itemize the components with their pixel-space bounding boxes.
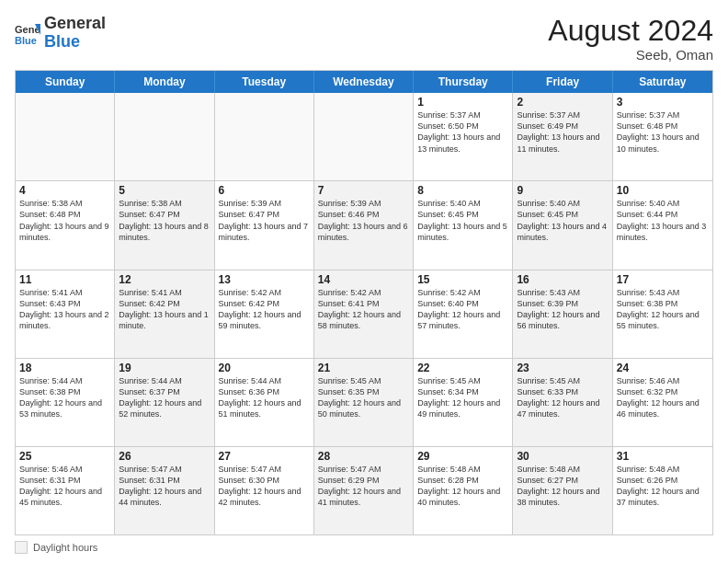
calendar-row: 1Sunrise: 5:37 AM Sunset: 6:50 PM Daylig…: [16, 93, 712, 180]
day-number: 18: [19, 362, 110, 374]
calendar-cell: 26Sunrise: 5:47 AM Sunset: 6:31 PM Dayli…: [115, 447, 214, 534]
calendar-cell: [16, 93, 115, 180]
calendar-cell: 11Sunrise: 5:41 AM Sunset: 6:43 PM Dayli…: [16, 270, 115, 358]
day-number: 27: [219, 450, 310, 463]
day-number: 12: [119, 273, 210, 286]
cell-details: Sunrise: 5:38 AM Sunset: 6:47 PM Dayligh…: [119, 198, 210, 243]
calendar-header-cell: Monday: [115, 71, 214, 93]
cell-details: Sunrise: 5:47 AM Sunset: 6:31 PM Dayligh…: [119, 464, 210, 509]
calendar-cell: 6Sunrise: 5:39 AM Sunset: 6:47 PM Daylig…: [215, 181, 314, 269]
calendar-cell: 13Sunrise: 5:42 AM Sunset: 6:42 PM Dayli…: [215, 270, 314, 358]
calendar-cell: 10Sunrise: 5:40 AM Sunset: 6:44 PM Dayli…: [613, 181, 712, 269]
cell-details: Sunrise: 5:44 AM Sunset: 6:38 PM Dayligh…: [19, 375, 110, 420]
calendar-cell: [215, 93, 314, 180]
day-number: 10: [617, 184, 709, 197]
cell-details: Sunrise: 5:45 AM Sunset: 6:33 PM Dayligh…: [517, 375, 608, 420]
cell-details: Sunrise: 5:48 AM Sunset: 6:27 PM Dayligh…: [517, 464, 608, 509]
day-number: 25: [19, 450, 110, 463]
day-number: 5: [119, 184, 210, 197]
cell-details: Sunrise: 5:37 AM Sunset: 6:48 PM Dayligh…: [617, 109, 709, 155]
calendar-cell: 30Sunrise: 5:48 AM Sunset: 6:27 PM Dayli…: [513, 447, 612, 534]
page: General Blue General Blue August 2024 Se…: [0, 0, 728, 563]
day-number: 21: [318, 362, 409, 374]
calendar-cell: 17Sunrise: 5:43 AM Sunset: 6:38 PM Dayli…: [613, 270, 712, 358]
cell-details: Sunrise: 5:41 AM Sunset: 6:43 PM Dayligh…: [19, 287, 110, 332]
cell-details: Sunrise: 5:44 AM Sunset: 6:36 PM Dayligh…: [219, 375, 310, 420]
cell-details: Sunrise: 5:48 AM Sunset: 6:28 PM Dayligh…: [417, 464, 508, 509]
calendar-cell: 29Sunrise: 5:48 AM Sunset: 6:28 PM Dayli…: [414, 447, 513, 534]
cell-details: Sunrise: 5:44 AM Sunset: 6:37 PM Dayligh…: [119, 375, 210, 420]
day-number: 17: [617, 273, 709, 286]
calendar-cell: 1Sunrise: 5:37 AM Sunset: 6:50 PM Daylig…: [414, 93, 513, 180]
calendar-cell: 12Sunrise: 5:41 AM Sunset: 6:42 PM Dayli…: [115, 270, 214, 358]
calendar-cell: 15Sunrise: 5:42 AM Sunset: 6:40 PM Dayli…: [414, 270, 513, 358]
day-number: 24: [617, 362, 709, 374]
cell-details: Sunrise: 5:43 AM Sunset: 6:39 PM Dayligh…: [517, 287, 608, 332]
calendar-cell: 7Sunrise: 5:39 AM Sunset: 6:46 PM Daylig…: [314, 181, 414, 269]
day-number: 13: [219, 273, 310, 286]
calendar-cell: 19Sunrise: 5:44 AM Sunset: 6:37 PM Dayli…: [115, 359, 214, 446]
calendar-body: 1Sunrise: 5:37 AM Sunset: 6:50 PM Daylig…: [16, 93, 712, 534]
calendar-header-cell: Thursday: [414, 71, 513, 93]
day-number: 7: [318, 184, 409, 197]
calendar-row: 11Sunrise: 5:41 AM Sunset: 6:43 PM Dayli…: [16, 270, 712, 358]
header: General Blue General Blue August 2024 Se…: [15, 15, 713, 63]
day-number: 28: [318, 450, 409, 463]
calendar: SundayMondayTuesdayWednesdayThursdayFrid…: [15, 70, 713, 535]
calendar-cell: 16Sunrise: 5:43 AM Sunset: 6:39 PM Dayli…: [513, 270, 612, 358]
calendar-cell: 25Sunrise: 5:46 AM Sunset: 6:31 PM Dayli…: [16, 447, 115, 534]
cell-details: Sunrise: 5:43 AM Sunset: 6:38 PM Dayligh…: [617, 287, 709, 332]
footer-label: Daylight hours: [33, 542, 97, 553]
cell-details: Sunrise: 5:46 AM Sunset: 6:31 PM Dayligh…: [19, 464, 110, 509]
cell-details: Sunrise: 5:42 AM Sunset: 6:40 PM Dayligh…: [417, 287, 508, 332]
day-number: 26: [119, 450, 210, 463]
logo-text: General Blue: [44, 15, 106, 52]
calendar-cell: 5Sunrise: 5:38 AM Sunset: 6:47 PM Daylig…: [115, 181, 214, 269]
day-number: 2: [517, 96, 608, 109]
cell-details: Sunrise: 5:41 AM Sunset: 6:42 PM Dayligh…: [119, 287, 210, 332]
calendar-row: 4Sunrise: 5:38 AM Sunset: 6:48 PM Daylig…: [16, 180, 712, 269]
calendar-header-cell: Saturday: [613, 71, 712, 93]
cell-details: Sunrise: 5:47 AM Sunset: 6:29 PM Dayligh…: [318, 464, 409, 509]
title-block: August 2024 Seeb, Oman: [548, 15, 713, 63]
calendar-cell: 9Sunrise: 5:40 AM Sunset: 6:45 PM Daylig…: [513, 181, 612, 269]
day-number: 14: [318, 273, 409, 286]
day-number: 6: [219, 184, 310, 197]
day-number: 20: [219, 362, 310, 374]
day-number: 9: [517, 184, 608, 197]
calendar-cell: 20Sunrise: 5:44 AM Sunset: 6:36 PM Dayli…: [215, 359, 314, 446]
logo-general: General: [44, 14, 106, 32]
calendar-header-row: SundayMondayTuesdayWednesdayThursdayFrid…: [16, 71, 712, 93]
cell-details: Sunrise: 5:47 AM Sunset: 6:30 PM Dayligh…: [219, 464, 310, 509]
logo-blue: Blue: [44, 32, 80, 51]
day-number: 30: [517, 450, 608, 463]
footer: Daylight hours: [15, 541, 713, 554]
month-year: August 2024: [548, 15, 713, 47]
cell-details: Sunrise: 5:37 AM Sunset: 6:49 PM Dayligh…: [517, 109, 608, 155]
calendar-row: 25Sunrise: 5:46 AM Sunset: 6:31 PM Dayli…: [16, 446, 712, 534]
footer-shaded-box: [15, 541, 28, 554]
day-number: 22: [417, 362, 508, 374]
cell-details: Sunrise: 5:45 AM Sunset: 6:35 PM Dayligh…: [318, 375, 409, 420]
calendar-cell: 3Sunrise: 5:37 AM Sunset: 6:48 PM Daylig…: [613, 93, 712, 180]
calendar-cell: 8Sunrise: 5:40 AM Sunset: 6:45 PM Daylig…: [414, 181, 513, 269]
location: Seeb, Oman: [548, 47, 713, 63]
day-number: 15: [417, 273, 508, 286]
calendar-cell: 27Sunrise: 5:47 AM Sunset: 6:30 PM Dayli…: [215, 447, 314, 534]
day-number: 1: [417, 96, 508, 109]
day-number: 31: [617, 450, 709, 463]
day-number: 19: [119, 362, 210, 374]
cell-details: Sunrise: 5:48 AM Sunset: 6:26 PM Dayligh…: [617, 464, 709, 509]
day-number: 29: [417, 450, 508, 463]
calendar-cell: 24Sunrise: 5:46 AM Sunset: 6:32 PM Dayli…: [613, 359, 712, 446]
cell-details: Sunrise: 5:40 AM Sunset: 6:44 PM Dayligh…: [617, 198, 709, 243]
cell-details: Sunrise: 5:37 AM Sunset: 6:50 PM Dayligh…: [417, 109, 508, 155]
cell-details: Sunrise: 5:42 AM Sunset: 6:42 PM Dayligh…: [219, 287, 310, 332]
calendar-cell: 31Sunrise: 5:48 AM Sunset: 6:26 PM Dayli…: [613, 447, 712, 534]
calendar-header-cell: Friday: [513, 71, 612, 93]
calendar-cell: 18Sunrise: 5:44 AM Sunset: 6:38 PM Dayli…: [16, 359, 115, 446]
cell-details: Sunrise: 5:42 AM Sunset: 6:41 PM Dayligh…: [318, 287, 409, 332]
day-number: 3: [617, 96, 709, 109]
calendar-cell: 4Sunrise: 5:38 AM Sunset: 6:48 PM Daylig…: [16, 181, 115, 269]
day-number: 16: [517, 273, 608, 286]
